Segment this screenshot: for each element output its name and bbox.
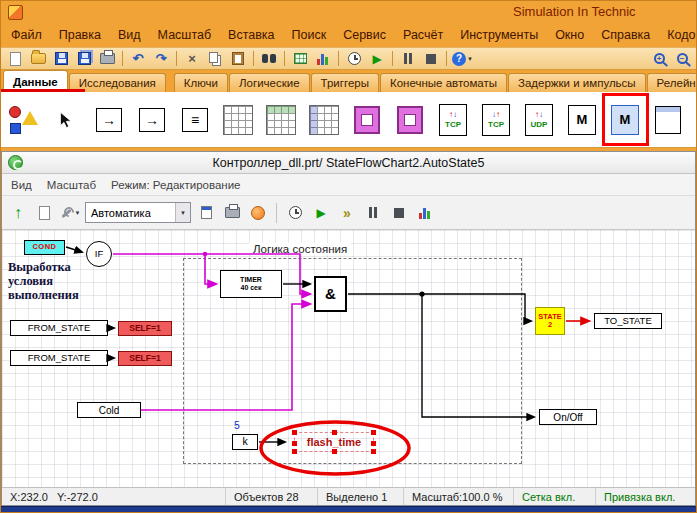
diagram-canvas[interactable]: Логика состояния COND IF Выработка услов… bbox=[2, 230, 695, 487]
snap-status[interactable]: Привязка вкл. bbox=[595, 488, 695, 505]
redo-button[interactable]: ↷ bbox=[151, 49, 171, 69]
simulation-time-button[interactable] bbox=[344, 49, 364, 69]
schema-menu-zoom[interactable]: Масштаб bbox=[47, 179, 96, 191]
run-button[interactable]: ▶ bbox=[367, 49, 387, 69]
block-state-2[interactable]: STATE 2 bbox=[535, 307, 565, 335]
menu-item-search[interactable]: Поиск bbox=[292, 28, 327, 42]
fast-forward-button[interactable]: » bbox=[336, 201, 358, 225]
selection-handle[interactable] bbox=[292, 449, 297, 454]
block-cond[interactable]: COND bbox=[24, 240, 65, 255]
go-up-button[interactable]: ↑ bbox=[7, 201, 29, 225]
copy-button[interactable] bbox=[205, 49, 225, 69]
palette-net-tcp-icon-2[interactable]: ↓↑ TCP bbox=[476, 96, 516, 144]
help-button[interactable]: ?▼ bbox=[452, 49, 473, 69]
menu-item-codegenerator[interactable]: Кодогенератор bbox=[667, 28, 697, 42]
palette-memory-icon-2[interactable] bbox=[390, 96, 430, 144]
diagram-note[interactable]: Выработка условия выполнения bbox=[8, 260, 79, 302]
redo-icon: ↷ bbox=[156, 51, 167, 66]
schema-run-button[interactable]: ▶ bbox=[310, 201, 332, 225]
palette-bus-icon[interactable]: ≡ bbox=[175, 96, 215, 144]
menu-item-service[interactable]: Сервис bbox=[343, 28, 386, 42]
palette-table-icon-1[interactable] bbox=[218, 96, 258, 144]
block-from-state-2[interactable]: FROM_STATE bbox=[10, 350, 108, 366]
menu-item-edit[interactable]: Правка bbox=[59, 28, 101, 42]
palette-extra-block-icon[interactable] bbox=[648, 96, 688, 144]
block-flash-time-selected[interactable]: flash_time bbox=[294, 432, 374, 452]
cut-button[interactable]: × bbox=[182, 49, 202, 69]
palette-drawing-shapes-icon[interactable] bbox=[3, 96, 43, 144]
selection-handle[interactable] bbox=[371, 430, 376, 435]
pause-button[interactable] bbox=[398, 49, 418, 69]
block-and[interactable]: & bbox=[314, 276, 347, 312]
undo-button[interactable]: ↶ bbox=[128, 49, 148, 69]
selection-handle[interactable] bbox=[371, 449, 376, 454]
selection-handle[interactable] bbox=[332, 449, 337, 454]
tab-logic[interactable]: Логические bbox=[229, 73, 310, 92]
palette-submodel-icon[interactable]: M bbox=[562, 96, 602, 144]
new-document-button[interactable] bbox=[5, 49, 25, 69]
tab-relay[interactable]: Релейные bbox=[647, 73, 696, 92]
settings-button[interactable]: ▼ bbox=[59, 201, 81, 225]
palette-net-udp-icon[interactable]: ↑↓ UDP bbox=[519, 96, 559, 144]
link-button[interactable] bbox=[195, 201, 217, 225]
save-button[interactable] bbox=[51, 49, 71, 69]
menu-item-view[interactable]: Вид bbox=[118, 28, 141, 42]
stop-button[interactable] bbox=[421, 49, 441, 69]
menu-item-window[interactable]: Окно bbox=[555, 28, 584, 42]
menu-item-tools[interactable]: Инструменты bbox=[460, 28, 538, 42]
block-onoff[interactable]: On/Off bbox=[539, 409, 597, 425]
schema-menu-view[interactable]: Вид bbox=[11, 179, 32, 191]
paste-button[interactable] bbox=[228, 49, 248, 69]
zoom-in-button[interactable]: + bbox=[649, 49, 669, 69]
block-self-2[interactable]: SELF=1 bbox=[118, 351, 172, 366]
title-bar: Simulation In Technic bbox=[1, 1, 696, 23]
selection-handle[interactable] bbox=[332, 430, 337, 435]
refresh-button[interactable] bbox=[247, 201, 269, 225]
properties-button[interactable] bbox=[33, 201, 55, 225]
block-to-state[interactable]: TO_STATE bbox=[594, 313, 662, 329]
menu-item-help[interactable]: Справка bbox=[601, 28, 650, 42]
grid-status[interactable]: Сетка вкл. bbox=[513, 488, 595, 505]
stats-button[interactable] bbox=[414, 201, 436, 225]
tab-triggers[interactable]: Триггеры bbox=[311, 73, 379, 92]
open-file-button[interactable] bbox=[28, 49, 48, 69]
tab-delays-impulses[interactable]: Задержки и импульсы bbox=[508, 73, 646, 92]
palette-port-out-icon[interactable]: → bbox=[132, 96, 172, 144]
selection-handle[interactable] bbox=[292, 430, 297, 435]
graph-button[interactable] bbox=[313, 49, 333, 69]
schema-pause-button[interactable] bbox=[362, 201, 384, 225]
block-gain-k[interactable]: k bbox=[232, 434, 258, 450]
sim-time-button[interactable] bbox=[284, 201, 306, 225]
palette-port-in-icon[interactable]: → bbox=[89, 96, 129, 144]
zoom-out-button[interactable]: − bbox=[672, 49, 692, 69]
menu-item-file[interactable]: Файл bbox=[11, 28, 42, 42]
palette-cursor-icon[interactable] bbox=[46, 96, 86, 144]
palette-net-tcp-icon-1[interactable]: ↑↓ TCP bbox=[433, 96, 473, 144]
block-cold[interactable]: Cold bbox=[77, 402, 141, 418]
save-all-button[interactable] bbox=[74, 49, 94, 69]
menu-item-insert[interactable]: Вставка bbox=[228, 28, 274, 42]
data-table-button[interactable] bbox=[290, 49, 310, 69]
selection-handle[interactable] bbox=[292, 441, 297, 446]
palette-table-icon-2[interactable] bbox=[261, 96, 301, 144]
schema-stop-button[interactable] bbox=[388, 201, 410, 225]
selection-handle[interactable] bbox=[371, 441, 376, 446]
block-from-state-1[interactable]: FROM_STATE bbox=[10, 320, 108, 336]
chevron-down-icon[interactable]: ▼ bbox=[175, 203, 190, 222]
mode-select[interactable]: Автоматика ▼ bbox=[85, 202, 191, 223]
palette-memory-icon-1[interactable] bbox=[347, 96, 387, 144]
tab-state-machines[interactable]: Конечные автоматы bbox=[380, 73, 507, 92]
schema-print-button[interactable] bbox=[221, 201, 243, 225]
block-if[interactable]: IF bbox=[86, 241, 112, 267]
menu-item-calculation[interactable]: Расчёт bbox=[403, 28, 443, 42]
find-button[interactable] bbox=[259, 49, 279, 69]
table-grid-icon bbox=[223, 105, 253, 135]
print-button[interactable] bbox=[97, 49, 117, 69]
block-timer[interactable]: TIMER 40 сек bbox=[220, 270, 282, 298]
block-self-1[interactable]: SELF=1 bbox=[118, 321, 172, 336]
menu-item-zoom[interactable]: Масштаб bbox=[158, 28, 211, 42]
tab-keys[interactable]: Ключи bbox=[174, 73, 228, 92]
schema-menu-mode[interactable]: Режим: Редактирование bbox=[111, 179, 240, 191]
palette-submodel-monitor-icon[interactable]: M bbox=[605, 96, 645, 144]
palette-table-icon-3[interactable] bbox=[304, 96, 344, 144]
